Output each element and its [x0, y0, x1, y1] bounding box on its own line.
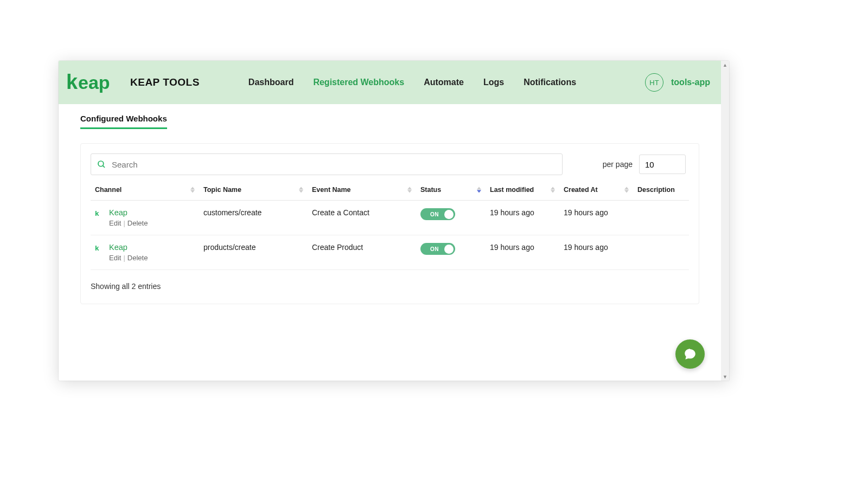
th-channel[interactable]: Channel — [91, 179, 199, 201]
vertical-scrollbar[interactable]: ▲ ▼ — [721, 61, 729, 381]
sort-icon — [477, 187, 481, 193]
chat-widget[interactable] — [675, 339, 705, 369]
sort-icon — [190, 187, 195, 193]
th-description[interactable]: Description — [633, 179, 689, 201]
app-window: k eap KEAP TOOLS Dashboard Registered We… — [59, 61, 729, 381]
main-nav: Dashboard Registered Webhooks Automate L… — [248, 78, 576, 87]
user-area: HT tools-app — [645, 73, 710, 92]
nav-automate[interactable]: Automate — [424, 78, 464, 87]
nav-logs[interactable]: Logs — [483, 78, 504, 87]
description-cell — [633, 201, 689, 235]
scroll-down-icon[interactable]: ▼ — [721, 373, 729, 381]
status-toggle[interactable]: ON — [420, 243, 455, 255]
search-box[interactable] — [91, 153, 563, 175]
edit-link[interactable]: Edit — [109, 254, 121, 262]
delete-link[interactable]: Delete — [127, 219, 148, 227]
avatar[interactable]: HT — [645, 73, 663, 92]
table-footer: Showing all 2 entries — [91, 282, 689, 291]
webhooks-card: per page Channel Topic Name Event Name S… — [80, 143, 699, 304]
nav-notifications[interactable]: Notifications — [524, 78, 576, 87]
event-cell: Create Product — [308, 235, 416, 270]
modified-cell: 19 hours ago — [486, 235, 559, 270]
edit-link[interactable]: Edit — [109, 219, 121, 227]
perpage-label: per page — [603, 160, 633, 169]
th-event[interactable]: Event Name — [308, 179, 416, 201]
created-cell: 19 hours ago — [559, 235, 633, 270]
sort-icon — [624, 187, 629, 193]
th-modified[interactable]: Last modified — [486, 179, 559, 201]
th-created[interactable]: Created At — [559, 179, 633, 201]
search-icon — [97, 159, 106, 169]
modified-cell: 19 hours ago — [486, 201, 559, 235]
svg-point-2 — [98, 161, 104, 166]
topic-cell: products/create — [199, 235, 308, 270]
username[interactable]: tools-app — [671, 78, 710, 87]
table-row: k Keap Edit|Delete customers/create Crea… — [91, 201, 689, 235]
created-cell: 19 hours ago — [559, 201, 633, 235]
delete-link[interactable]: Delete — [127, 254, 148, 262]
svg-text:k: k — [95, 244, 99, 252]
scroll-up-icon[interactable]: ▲ — [721, 61, 729, 69]
sort-icon — [299, 187, 303, 193]
keap-logo-icon: k eap — [66, 70, 118, 94]
svg-text:k: k — [95, 209, 99, 217]
svg-line-3 — [103, 165, 105, 168]
sort-icon — [551, 187, 555, 193]
nav-dashboard[interactable]: Dashboard — [248, 78, 294, 87]
status-toggle[interactable]: ON — [420, 208, 455, 220]
th-status[interactable]: Status — [416, 179, 486, 201]
search-input[interactable] — [112, 160, 557, 169]
table-row: k Keap Edit|Delete products/create Creat… — [91, 235, 689, 270]
sort-icon — [407, 187, 412, 193]
svg-text:eap: eap — [78, 72, 110, 93]
channel-name[interactable]: Keap — [109, 243, 148, 252]
brand-name: KEAP TOOLS — [130, 76, 200, 88]
topbar: k eap KEAP TOOLS Dashboard Registered We… — [59, 61, 721, 104]
description-cell — [633, 235, 689, 270]
topic-cell: customers/create — [199, 201, 308, 235]
keap-icon: k — [95, 209, 104, 218]
chat-icon — [683, 347, 697, 361]
th-topic[interactable]: Topic Name — [199, 179, 308, 201]
nav-registered-webhooks[interactable]: Registered Webhooks — [313, 78, 404, 87]
keap-icon: k — [95, 244, 104, 253]
event-cell: Create a Contact — [308, 201, 416, 235]
channel-name[interactable]: Keap — [109, 208, 148, 217]
webhooks-table: Channel Topic Name Event Name Status Las… — [91, 179, 689, 270]
perpage-control: per page — [603, 155, 686, 174]
perpage-input[interactable] — [639, 155, 686, 174]
svg-text:k: k — [66, 70, 78, 93]
section-title: Configured Webhooks — [80, 114, 167, 129]
brand-logo: k eap — [66, 70, 118, 94]
